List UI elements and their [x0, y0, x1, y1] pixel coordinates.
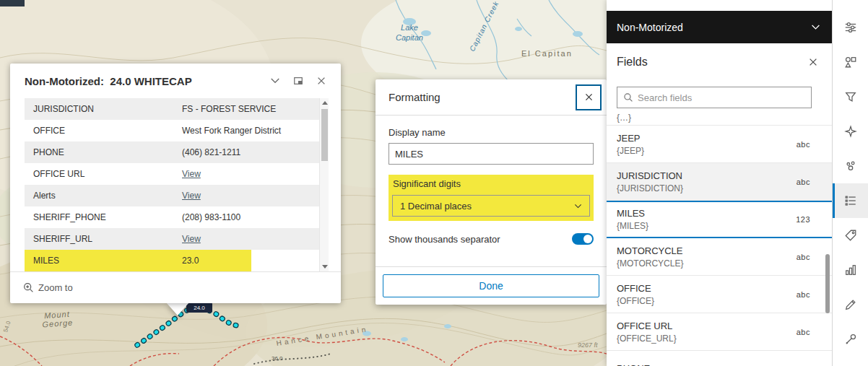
toolbar-button-fields[interactable] — [833, 183, 868, 218]
dialog-divider — [376, 266, 607, 267]
popup-field-value: West Fork Ranger District — [173, 120, 319, 141]
toolbar-button-filter[interactable] — [833, 79, 868, 114]
filter-icon — [844, 90, 857, 103]
significant-digits-label: Significant digits — [392, 178, 590, 189]
chevron-down-icon[interactable] — [811, 22, 820, 32]
thousands-separator-toggle[interactable] — [572, 233, 594, 245]
field-text: MOTORCYCLE{MOTORCYCLE} — [617, 245, 683, 269]
field-name: OFFICE URL — [617, 321, 677, 331]
field-type-icon: 123 — [796, 215, 810, 224]
field-item-office-url[interactable]: OFFICE URL{OFFICE_URL}abc — [607, 313, 832, 351]
field-item-motorcycle[interactable]: MOTORCYCLE{MOTORCYCLE}abc — [607, 238, 832, 276]
field-name: MILES — [617, 208, 648, 219]
scroll-down-icon[interactable] — [320, 262, 329, 271]
done-button[interactable]: Done — [383, 274, 599, 297]
popup-row: SHERIFF_PHONE(208) 983-1100 — [25, 206, 319, 228]
field-item[interactable]: {…} — [607, 110, 832, 126]
field-item-jurisdiction[interactable]: JURISDICTION{JURISDICTION}abc — [607, 163, 832, 201]
fields-list: {…}JEEP{JEEP}abcJURISDICTION{JURISDICTIO… — [607, 110, 832, 366]
close-icon — [808, 57, 818, 67]
fields-close-button[interactable] — [804, 53, 822, 71]
toolbar-button-configure[interactable] — [833, 322, 868, 357]
popup-field-value: View — [173, 228, 319, 250]
field-type-icon: abc — [797, 290, 810, 299]
settings-toolbar — [832, 0, 868, 366]
scroll-up-icon[interactable] — [320, 98, 329, 108]
popup-row: JURISDICTIONFS - FOREST SERVICE — [25, 98, 319, 120]
popup-row: PHONE(406) 821-1211 — [25, 141, 319, 163]
formatting-close-button[interactable] — [576, 84, 602, 110]
popup-footer: Zoom to — [10, 271, 341, 303]
popup-field-label: SHERIFF_URL — [25, 228, 173, 250]
field-name: OFFICE — [617, 283, 654, 294]
chevron-down-icon — [270, 76, 280, 86]
field-text: MILES{MILES} — [617, 208, 648, 231]
popup-field-label: OFFICE — [25, 120, 173, 141]
popup-title: Non-Motorized: 24.0 WHITECAP — [25, 75, 261, 87]
toolbar-button-charts[interactable] — [833, 253, 868, 287]
field-name: PHONE — [617, 363, 650, 366]
popup-row: OFFICEWest Fork Ranger District — [25, 120, 319, 141]
popup-field-label: MILES — [25, 250, 173, 271]
feature-popup: Non-Motorized: 24.0 WHITECAP JURISDICT — [10, 64, 341, 303]
search-fields-input[interactable] — [638, 87, 811, 108]
formatting-header: Formatting — [376, 79, 607, 116]
field-item-miles[interactable]: MILES{MILES}123 — [607, 201, 832, 238]
field-text: OFFICE URL{OFFICE_URL} — [617, 321, 677, 344]
popup-close-button[interactable] — [312, 71, 331, 90]
toggle-knob — [583, 235, 592, 243]
close-icon — [316, 76, 326, 86]
layer-header-title: Non-Motorized — [617, 22, 683, 33]
effects-icon — [844, 125, 857, 138]
field-item-office[interactable]: OFFICE{OFFICE}abc — [607, 276, 832, 313]
field-type-icon: abc — [797, 253, 810, 261]
field-name: MOTORCYCLE — [617, 245, 683, 256]
popup-row: MILES23.0 — [25, 250, 319, 271]
significant-digits-select[interactable]: 1 Decimal places — [392, 195, 590, 217]
field-subtitle: {…} — [617, 113, 631, 123]
window-artifact — [0, 0, 25, 6]
popup-field-link[interactable]: View — [182, 234, 201, 244]
zoom-to-button[interactable]: Zoom to — [23, 282, 73, 293]
dock-button[interactable] — [289, 71, 308, 90]
field-type-icon: abc — [797, 178, 810, 186]
popup-field-value: (406) 821-1211 — [173, 141, 319, 163]
edit-icon — [844, 298, 857, 311]
field-name: JURISDICTION — [617, 170, 683, 181]
significant-digits-highlight: Significant digits 1 Decimal places — [389, 175, 594, 221]
field-type-icon: abc — [797, 140, 810, 149]
styles-icon — [844, 56, 857, 69]
toolbar-button-effects[interactable] — [833, 114, 868, 149]
layer-header[interactable]: Non-Motorized — [607, 11, 832, 43]
toolbar-button-labels[interactable] — [833, 218, 868, 253]
field-item-jeep[interactable]: JEEP{JEEP}abc — [607, 126, 832, 163]
field-subtitle: {MOTORCYCLE} — [617, 258, 683, 269]
fields-icon — [844, 194, 857, 207]
zoom-in-icon — [23, 282, 34, 293]
popup-field-label: SHERIFF_PHONE — [25, 206, 173, 228]
search-fields-box — [617, 87, 812, 108]
trail-badge-label: 24.0 — [194, 305, 205, 311]
properties-icon — [844, 21, 857, 34]
popup-field-link[interactable]: View — [182, 169, 201, 179]
field-subtitle: {OFFICE} — [617, 296, 654, 306]
toolbar-button-properties[interactable] — [833, 10, 868, 45]
popup-row: SHERIFF_URLView — [25, 228, 319, 250]
field-item-phone[interactable]: PHONE — [607, 351, 832, 366]
toolbar-button-styles[interactable] — [833, 45, 868, 79]
toolbar-button-edit[interactable] — [833, 287, 868, 322]
fields-scrollbar-thumb[interactable] — [825, 254, 830, 313]
display-name-input[interactable] — [389, 143, 594, 165]
formatting-body: Display name Significant digits 1 Decima… — [389, 116, 594, 245]
collapse-button[interactable] — [266, 71, 285, 90]
field-text: OFFICE{OFFICE} — [617, 283, 654, 306]
close-icon — [584, 92, 594, 102]
popup-field-link[interactable]: View — [182, 191, 201, 201]
popup-scrollbar-thumb[interactable] — [321, 109, 328, 161]
popup-scrollbar[interactable] — [319, 98, 329, 271]
thousands-separator-row: Show thousands separator — [389, 233, 594, 245]
toolbar-button-aggregation[interactable] — [833, 149, 868, 183]
configure-icon — [844, 333, 857, 346]
popup-field-value: (208) 983-1100 — [173, 206, 319, 228]
display-name-label: Display name — [389, 127, 594, 138]
